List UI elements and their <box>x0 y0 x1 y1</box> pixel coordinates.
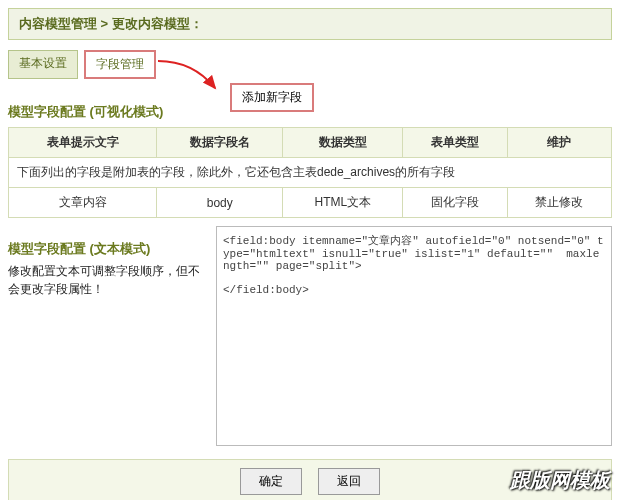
fields-table: 表单提示文字 数据字段名 数据类型 表单类型 维护 下面列出的字段是附加表的字段… <box>8 127 612 218</box>
table-note: 下面列出的字段是附加表的字段，除此外，它还包含主表dede_archives的所… <box>9 158 612 188</box>
text-mode-desc: 修改配置文本可调整字段顺序，但不会更改字段属性！ <box>8 262 208 298</box>
cell-maintain: 禁止修改 <box>507 188 611 218</box>
add-field-button[interactable]: 添加新字段 <box>230 83 314 112</box>
table-row: 文章内容 body HTML文本 固化字段 禁止修改 <box>9 188 612 218</box>
cell-prompt: 文章内容 <box>9 188 157 218</box>
breadcrumb: 内容模型管理 > 更改内容模型： <box>8 8 612 40</box>
back-button[interactable]: 返回 <box>318 468 380 495</box>
cell-datatype: HTML文本 <box>283 188 403 218</box>
th-formtype: 表单类型 <box>403 128 507 158</box>
th-prompt: 表单提示文字 <box>9 128 157 158</box>
tab-basic[interactable]: 基本设置 <box>8 50 78 79</box>
text-mode-title: 模型字段配置 (文本模式) <box>8 240 208 258</box>
cell-formtype: 固化字段 <box>403 188 507 218</box>
th-maintain: 维护 <box>507 128 611 158</box>
tab-fields[interactable]: 字段管理 <box>84 50 156 79</box>
watermark: 跟版网模板 <box>510 467 610 494</box>
arrow-annotation <box>153 56 223 104</box>
th-fieldname: 数据字段名 <box>157 128 283 158</box>
tabs: 基本设置 字段管理 添加新字段 <box>8 50 612 79</box>
cell-fieldname: body <box>157 188 283 218</box>
th-datatype: 数据类型 <box>283 128 403 158</box>
config-textarea[interactable] <box>216 226 612 446</box>
ok-button[interactable]: 确定 <box>240 468 302 495</box>
